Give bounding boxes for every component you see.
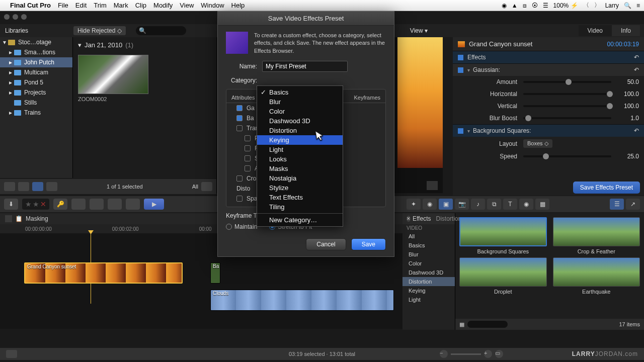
menubar-spotlight-icon[interactable]: 🔍 [624,2,631,9]
browser-toggle-icon[interactable] [4,182,15,191]
fx-cat[interactable]: Basics [403,241,455,250]
timeline-index-icon[interactable]: ☰ [610,199,624,210]
dd-color[interactable]: Color [257,107,343,116]
append-icon[interactable] [108,199,122,210]
retime-icon[interactable]: ◉ [423,199,437,210]
param-amount[interactable]: Amount50.0 [453,76,644,88]
fx-cat[interactable]: Keying [403,286,455,295]
effect-item[interactable]: Crop & Feather [553,217,640,254]
library-item[interactable]: Stills [0,98,72,108]
fx-cat-selected[interactable]: Distortion [403,277,455,286]
save-button[interactable]: Save [351,238,386,250]
music-browser-icon[interactable]: ♪ [471,199,485,210]
keyword-icon[interactable]: 🔑 [53,199,67,210]
browser-filmstrip-icon[interactable] [32,182,43,191]
param-blurboost[interactable]: Blur Boost1.0 [453,112,644,124]
window-traffic-lights[interactable] [4,14,27,20]
titles-browser-icon[interactable]: T [503,199,517,210]
rating-buttons[interactable]: ★★✕ [22,199,49,210]
param-horizontal[interactable]: Horizontal100.0 [453,88,644,100]
menu-edit[interactable]: Edit [75,2,87,9]
menu-mark[interactable]: Mark [114,2,128,9]
library-item-selected[interactable]: ▸John Putch [0,57,72,67]
menu-help[interactable]: Help [231,2,245,9]
generators-browser-icon[interactable]: ◉ [519,199,533,210]
inspector-tab-info[interactable]: Info [612,25,640,36]
connect-icon[interactable] [71,199,86,210]
timeline-clip-clouds[interactable]: Clouds [210,290,394,311]
menubar-cc-icon[interactable]: ◉ [502,2,507,9]
viewer-fullscreen-icon[interactable] [427,181,438,190]
menubar-fwd-icon[interactable]: 〉 [594,1,600,10]
overwrite-icon[interactable] [126,199,140,210]
fx-cat[interactable]: Color [403,259,455,268]
timeline-index-icon[interactable] [5,215,12,222]
viewer-view-dropdown[interactable]: View ▾ [405,27,433,34]
library-item[interactable]: ▸Sma…tions [0,47,72,57]
dd-masks[interactable]: Masks [257,164,343,173]
browser-gear-icon[interactable] [18,182,29,191]
effect-item[interactable]: Droplet [459,257,547,295]
timeline-clip[interactable]: Ba [210,262,220,284]
effects-browser-icon[interactable]: ▣ [439,199,453,210]
preset-name-input[interactable] [262,61,348,72]
menubar-dropbox-icon[interactable]: ⧈ [523,2,527,9]
effect-item[interactable]: Earthquake [553,257,640,295]
library-root[interactable]: ▾Stoc…otage [0,37,72,47]
menu-view[interactable]: View [180,2,194,9]
dd-texteffects[interactable]: Text Effects [257,193,343,202]
photos-browser-icon[interactable]: 📷 [455,199,469,210]
fx-cat[interactable]: Blur [403,250,455,259]
browser-list-icon[interactable] [46,182,57,191]
menu-trim[interactable]: Trim [94,2,107,9]
menu-modify[interactable]: Modify [153,2,173,9]
app-name[interactable]: Final Cut Pro [10,2,51,9]
hide-rejected-dropdown[interactable]: Hide Rejected ◇ [73,26,126,35]
library-item[interactable]: ▸Multicam [0,67,72,77]
param-speed[interactable]: Speed25.0 [453,150,644,162]
cancel-button[interactable]: Cancel [306,238,346,250]
effects-close-icon[interactable]: ✕ [407,216,411,222]
menu-file[interactable]: File [58,2,68,9]
timeline-history-icon[interactable] [6,350,17,358]
library-item[interactable]: ▸Projects [0,87,72,98]
menubar-battery[interactable]: 100% ⚡ [553,2,578,9]
menubar-wifi-icon[interactable]: ⦿ [532,2,538,9]
event-header[interactable]: ▾Jan 21, 2010 (1) [73,37,216,53]
inspector-bgsq-section[interactable]: ▾Background Squares:↶ [453,124,644,137]
dd-tiling[interactable]: Tiling [257,202,343,212]
menubar-user[interactable]: Larry [605,2,619,9]
dd-looks[interactable]: Looks [257,154,343,164]
enhance-icon[interactable]: ✦ [407,199,421,210]
timeline-clip-sunset[interactable]: Grand Canyon sunset [24,262,183,284]
select-tool[interactable]: ▶ [144,199,164,210]
radio-maintain[interactable]: Maintain [226,223,257,230]
param-vertical[interactable]: Vertical100.0 [453,100,644,112]
menubar-back-icon[interactable]: 〈 [583,1,589,10]
dd-keying[interactable]: Keying [257,135,343,145]
inspector-tab-video[interactable]: Video [579,25,612,36]
fx-cat[interactable]: Dashwood 3D [403,268,455,277]
clip-thumbnail[interactable] [78,55,148,94]
dd-nostalgia[interactable]: Nostalgia [257,173,343,183]
themes-browser-icon[interactable]: ▦ [535,199,549,210]
menu-clip[interactable]: Clip [135,2,146,9]
import-icon[interactable]: ⬇ [4,199,18,210]
dd-distortion[interactable]: Distortion [257,126,343,135]
insert-icon[interactable] [90,199,104,210]
transitions-browser-icon[interactable]: ⧉ [487,199,501,210]
fx-cat[interactable]: Light [403,295,455,304]
save-effects-preset-button[interactable]: Save Effects Preset [573,182,640,194]
param-layout[interactable]: LayoutBoxes ◇ [453,137,644,150]
share-icon[interactable]: ↗ [626,199,640,210]
dd-dashwood[interactable]: Dashwood 3D [257,116,343,126]
browser-clip-appearance-icon[interactable] [201,182,212,191]
dd-blur[interactable]: Blur [257,97,343,107]
effects-search-input[interactable] [467,321,508,328]
inspector-effects-section[interactable]: Effects↶ [453,51,644,63]
menu-window[interactable]: Window [201,2,224,9]
fx-cat[interactable]: All [403,232,455,241]
dd-stylize[interactable]: Stylize [257,183,343,193]
library-item[interactable]: ▸Pond 5 [0,77,72,87]
dd-light[interactable]: Light [257,145,343,154]
